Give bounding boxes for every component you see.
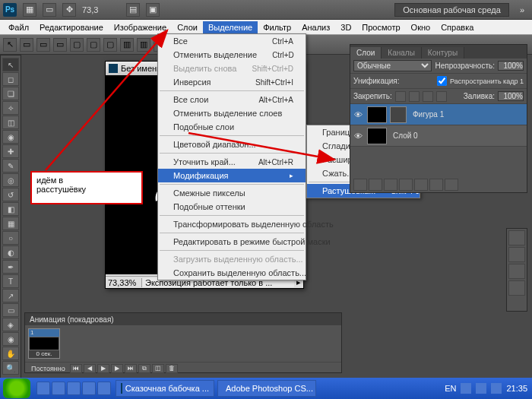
opt-4[interactable]: ▢ bbox=[70, 38, 84, 52]
trash-icon[interactable] bbox=[445, 179, 458, 191]
taskbar-item[interactable]: Adobe Photoshop CS... bbox=[217, 380, 316, 397]
path-tool[interactable]: ↗ bbox=[2, 289, 19, 302]
lasso-tool[interactable]: ❏ bbox=[2, 87, 19, 100]
menu-bar[interactable]: ФайлРедактированиеИзображениеСлоиВыделен… bbox=[0, 20, 532, 35]
opt-2[interactable]: ▭ bbox=[36, 38, 50, 52]
fill-value[interactable]: 100% bbox=[498, 91, 524, 101]
anim-frame[interactable]: 1 0 сек. bbox=[28, 328, 60, 359]
menu-Фильтр[interactable]: Фильтр bbox=[258, 21, 296, 33]
menu-item[interactable]: Цветовой диапазон... bbox=[158, 138, 306, 151]
menu-Анализ[interactable]: Анализ bbox=[296, 21, 335, 33]
first-frame-button[interactable]: ⏮ bbox=[70, 364, 82, 373]
panel-icon[interactable] bbox=[508, 280, 525, 296]
eye-icon[interactable]: 👁 bbox=[352, 131, 364, 141]
brush-tool[interactable]: ✎ bbox=[2, 159, 19, 173]
eraser-tool[interactable]: ◧ bbox=[2, 202, 19, 216]
last-frame-button[interactable]: ⏭ bbox=[125, 364, 137, 373]
move-tool[interactable]: ↖ bbox=[2, 58, 19, 71]
panel-icon[interactable] bbox=[508, 247, 525, 262]
spread-checkbox[interactable] bbox=[437, 76, 447, 86]
marquee-tool[interactable]: ◻ bbox=[2, 72, 19, 86]
bridge-icon[interactable]: ▦ bbox=[23, 3, 36, 17]
type-tool[interactable]: T bbox=[2, 274, 19, 288]
taskbar-item[interactable]: Сказочная бабочка ... bbox=[116, 380, 214, 397]
lang-indicator[interactable]: EN bbox=[445, 384, 456, 393]
lock-pixels-icon[interactable] bbox=[409, 91, 420, 102]
wand-tool[interactable]: ✧ bbox=[2, 101, 19, 115]
menu-Окно[interactable]: Окно bbox=[406, 21, 436, 33]
tween-button[interactable]: ⧉ bbox=[138, 364, 150, 373]
menu-item[interactable]: Загрузить выделенную область... bbox=[158, 252, 306, 266]
menu-Слои[interactable]: Слои bbox=[172, 21, 203, 33]
dodge-tool[interactable]: ◐ bbox=[2, 245, 19, 259]
crop-tool[interactable]: ◫ bbox=[2, 116, 19, 129]
collapse-icon[interactable]: » bbox=[515, 5, 529, 14]
eye-icon[interactable]: 👁 bbox=[352, 110, 364, 119]
hand-tool[interactable]: ✋ bbox=[2, 347, 19, 360]
doc-zoom-status[interactable]: 73,33% bbox=[106, 278, 142, 287]
menu-item[interactable]: Смежные пикселы bbox=[158, 186, 306, 200]
opt-3[interactable]: ▭ bbox=[53, 38, 67, 52]
menu-item[interactable]: Подобные слои bbox=[158, 120, 306, 134]
menu-item[interactable]: Уточнить край...Alt+Ctrl+R bbox=[158, 155, 306, 169]
menu-item[interactable]: Редактировать в режиме быстрой маски bbox=[158, 235, 306, 249]
arrange-icon[interactable]: ▤ bbox=[126, 3, 140, 17]
opt-5[interactable]: ▢ bbox=[87, 38, 100, 52]
windows-taskbar[interactable]: Сказочная бабочка ... Adobe Photoshop CS… bbox=[0, 378, 532, 399]
menu-3D[interactable]: 3D bbox=[335, 21, 356, 33]
blur-tool[interactable]: ○ bbox=[2, 231, 19, 245]
3d-cam-tool[interactable]: ◉ bbox=[2, 332, 19, 346]
opt-tool-icon[interactable]: ↖ bbox=[3, 38, 17, 52]
tab-channels[interactable]: Каналы bbox=[382, 47, 422, 59]
tray-icon[interactable] bbox=[476, 383, 486, 394]
layer-thumb[interactable] bbox=[367, 128, 387, 144]
group-icon[interactable] bbox=[414, 179, 428, 191]
panel-icon[interactable] bbox=[508, 230, 525, 245]
mask-icon[interactable] bbox=[384, 179, 397, 191]
history-tool[interactable]: ↺ bbox=[2, 188, 19, 201]
menu-Изображение[interactable]: Изображение bbox=[109, 21, 172, 33]
ql-icon[interactable] bbox=[82, 382, 96, 395]
lock-trans-icon[interactable] bbox=[395, 91, 406, 102]
menu-Файл[interactable]: Файл bbox=[3, 21, 34, 33]
zoom-value[interactable]: 73,3 bbox=[82, 5, 120, 14]
layer-name[interactable]: Фигура 1 bbox=[410, 110, 444, 119]
frame-duration[interactable]: 0 сек. bbox=[29, 350, 59, 358]
layer-thumb[interactable] bbox=[367, 106, 387, 123]
loop-mode[interactable]: Постоянно bbox=[28, 365, 68, 372]
opacity-value[interactable]: 100% bbox=[498, 61, 524, 71]
play-button[interactable]: ▶ bbox=[97, 364, 109, 373]
fx-icon[interactable] bbox=[369, 179, 382, 191]
start-button[interactable] bbox=[3, 378, 30, 398]
newlayer-icon[interactable] bbox=[429, 179, 443, 191]
gradient-tool[interactable]: ▦ bbox=[2, 217, 19, 230]
tab-paths[interactable]: Контуры bbox=[422, 47, 464, 59]
menu-item[interactable]: Модификация bbox=[158, 169, 306, 182]
stamp-tool[interactable]: ◎ bbox=[2, 173, 19, 187]
menu-item[interactable]: Подобные оттенки bbox=[158, 200, 306, 214]
menu-item[interactable]: Отменить выделение слоев bbox=[158, 106, 306, 120]
tray-icon[interactable] bbox=[461, 383, 471, 394]
ql-icon[interactable] bbox=[52, 382, 65, 395]
lock-pos-icon[interactable] bbox=[423, 91, 433, 102]
tray-icon[interactable] bbox=[491, 383, 502, 394]
next-frame-button[interactable]: ▶ bbox=[111, 364, 123, 373]
link-icon[interactable] bbox=[353, 179, 367, 191]
opt-8[interactable]: ▥ bbox=[137, 38, 150, 52]
menu-item[interactable]: Трансформировать выделенную область bbox=[158, 217, 306, 231]
layer-row[interactable]: 👁 Фигура 1 bbox=[350, 104, 527, 125]
prev-frame-button[interactable]: ◀ bbox=[84, 364, 96, 373]
viewmode-icon[interactable]: ▭ bbox=[43, 3, 56, 17]
ql-icon[interactable] bbox=[67, 382, 81, 395]
layer-mask-thumb[interactable] bbox=[390, 106, 407, 123]
anim-title[interactable]: Анимация (покадровая) bbox=[25, 313, 341, 325]
menu-item[interactable]: Все слоиAlt+Ctrl+A bbox=[158, 93, 306, 106]
zoom-tool[interactable]: 🔍 bbox=[2, 361, 19, 375]
3d-tool[interactable]: ◈ bbox=[2, 318, 19, 331]
ql-icon[interactable] bbox=[36, 382, 50, 395]
new-frame-button[interactable]: ◫ bbox=[152, 364, 164, 373]
trash-frame-button[interactable]: 🗑 bbox=[166, 364, 178, 373]
screen-icon[interactable]: ▣ bbox=[146, 3, 160, 17]
eyedrop-tool[interactable]: ◉ bbox=[2, 130, 19, 144]
pen-tool[interactable]: ✒ bbox=[2, 260, 19, 274]
